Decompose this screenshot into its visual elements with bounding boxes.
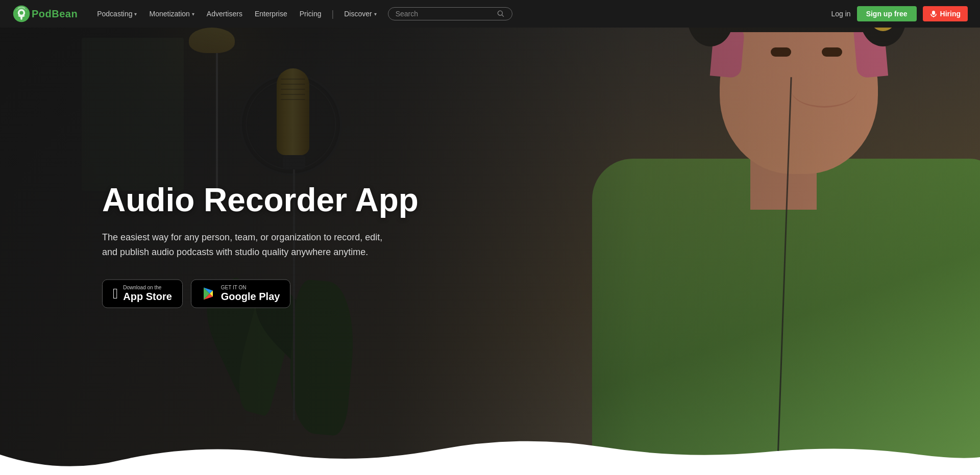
nav-separator: |	[332, 9, 334, 19]
googleplay-button[interactable]: GET IT ON Google Play	[191, 280, 291, 308]
apple-icon: 	[113, 286, 118, 302]
nav-item-discover[interactable]: Discover ▾	[339, 7, 381, 21]
nav-item-pricing[interactable]: Pricing	[295, 7, 327, 21]
logo-link[interactable]: PodBean	[12, 5, 78, 23]
signup-button[interactable]: Sign up free	[857, 6, 917, 21]
nav-item-podcasting[interactable]: Podcasting ▾	[92, 7, 142, 21]
search-icon	[497, 10, 504, 18]
hero-subtitle: The easiest way for any person, team, or…	[102, 230, 398, 259]
nav-right: Log in Sign up free Hiring	[831, 6, 968, 21]
hero-content: Audio Recorder App The easiest way for a…	[102, 182, 419, 308]
podbean-logo-icon	[12, 5, 31, 23]
svg-point-2	[19, 11, 23, 15]
nav-item-advertisers[interactable]: Advertisers	[202, 7, 248, 21]
googleplay-text: GET IT ON Google Play	[221, 285, 280, 303]
search-box[interactable]	[388, 7, 512, 20]
google-play-icon	[202, 287, 216, 301]
search-input[interactable]	[396, 10, 494, 18]
nav-item-monetization[interactable]: Monetization ▾	[144, 7, 199, 21]
nav-links: Podcasting ▾ Monetization ▾ Advertisers …	[92, 7, 831, 21]
login-link[interactable]: Log in	[831, 10, 850, 18]
logo-text: PodBean	[32, 8, 78, 20]
chevron-down-icon: ▾	[192, 11, 194, 17]
appstore-button[interactable]:  Download on the App Store	[102, 280, 183, 308]
chevron-down-icon: ▾	[374, 11, 377, 17]
hero-buttons:  Download on the App Store GET IT ON Go	[102, 280, 419, 308]
hero-section: Audio Recorder App The easiest way for a…	[0, 28, 980, 475]
hiring-button[interactable]: Hiring	[923, 6, 968, 21]
microphone-icon	[930, 10, 937, 17]
chevron-down-icon: ▾	[134, 11, 137, 17]
appstore-text: Download on the App Store	[123, 285, 172, 303]
svg-rect-6	[932, 11, 935, 15]
nav-item-enterprise[interactable]: Enterprise	[250, 7, 292, 21]
navbar: PodBean Podcasting ▾ Monetization ▾ Adve…	[0, 0, 980, 28]
hero-wave	[0, 414, 980, 475]
hero-title: Audio Recorder App	[102, 182, 419, 217]
svg-line-5	[502, 15, 504, 16]
